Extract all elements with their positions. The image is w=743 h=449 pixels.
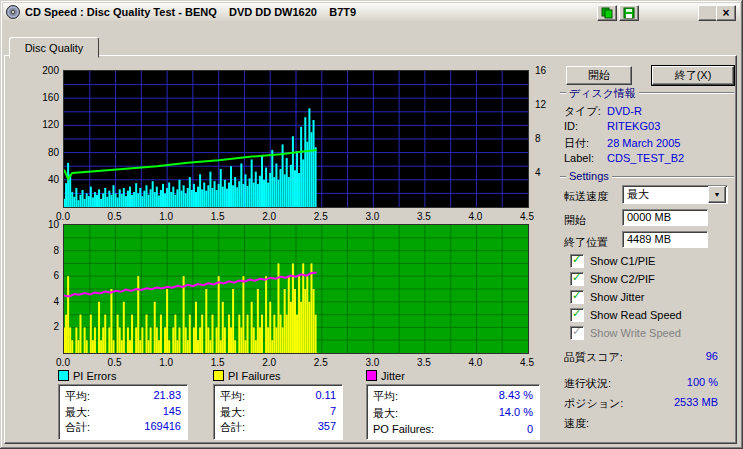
pi-errors-stat-box: 平均:21.83 最大:145 合計:169416	[58, 384, 188, 440]
axis-tick: 2.5	[309, 357, 333, 368]
titlebar: CD Speed : Disc Quality Test - BENQ DVD …	[3, 3, 740, 21]
stat-row: PO Failures:0	[373, 423, 533, 435]
jitter-swatch	[366, 370, 377, 381]
pi-failures-jitter-chart	[63, 224, 529, 354]
side-panel: 開始 終了(X) ディスク情報 タイプ: DVD-R ID: RITEKG03 …	[558, 58, 736, 440]
start-position-field[interactable]: 0000 MB	[622, 209, 708, 226]
quality-score-row: 品質スコア: 96	[564, 350, 730, 364]
transfer-speed-select[interactable]: 最大 ▼	[622, 185, 728, 204]
jitter-stat-box: 平均:8.43 % 最大:14.0 % PO Failures:0	[366, 384, 540, 440]
axis-tick: 4.0	[463, 357, 487, 368]
checkbox-box: ✓	[570, 308, 584, 322]
axis-tick: 2	[31, 321, 59, 332]
tab-disc-quality[interactable]: Disc Quality	[9, 37, 99, 58]
chevron-down-icon[interactable]: ▼	[708, 186, 726, 203]
axis-tick: 1.5	[206, 357, 230, 368]
axis-tick: 2.5	[309, 211, 333, 222]
stat-row: 平均:0.11	[220, 389, 336, 404]
checkbox-show-c2-pif[interactable]: ✓ Show C2/PIF	[570, 272, 655, 286]
axis-tick: 4	[31, 296, 59, 307]
tab-page: PI Errors 平均:21.83 最大:145 合計:169416 PI F…	[4, 55, 737, 444]
pi-errors-chart	[63, 70, 529, 208]
axis-tick: 1.0	[154, 211, 178, 222]
copy-button[interactable]	[597, 5, 617, 21]
axis-tick: 8	[535, 133, 555, 144]
close-button[interactable]: ×	[716, 5, 736, 21]
checkbox-box: ✓	[570, 254, 584, 268]
stat-row: 平均:21.83	[65, 389, 181, 404]
stat-row: 最大:14.0 %	[373, 406, 533, 421]
checkbox-show-write-speed[interactable]: ✓ Show Write Speed	[570, 326, 681, 340]
axis-tick: 40	[31, 174, 59, 185]
stat-row: 合計:169416	[65, 420, 181, 435]
axis-tick: 16	[535, 65, 555, 76]
axis-tick: 4.5	[515, 211, 539, 222]
progress-row: 進行状況: 100 %	[564, 376, 730, 390]
stat-row: 最大:145	[65, 405, 181, 420]
axis-tick: 4.5	[515, 357, 539, 368]
position-row: ポジション: 2533 MB	[564, 396, 730, 410]
axis-tick: 160	[31, 92, 59, 103]
pi-failures-stat-box: 平均:0.11 最大:7 合計:357	[213, 384, 343, 440]
checkbox-show-read-speed[interactable]: ✓ Show Read Speed	[570, 308, 682, 322]
check-icon: ✓	[572, 271, 581, 284]
axis-tick: 120	[31, 119, 59, 130]
axis-tick: 10	[31, 219, 59, 230]
axis-tick: 3.0	[360, 211, 384, 222]
stat-row: 平均:8.43 %	[373, 389, 533, 404]
stat-row: 最大:7	[220, 405, 336, 420]
jitter-legend-label: Jitter	[381, 370, 405, 382]
disc-id-row: ID: RITEKG03	[564, 120, 730, 134]
axis-tick: 0.5	[103, 357, 127, 368]
pi-errors-stats: PI Errors 平均:21.83 最大:145 合計:169416	[58, 369, 188, 440]
tab-label: Disc Quality	[25, 42, 84, 54]
checkbox-show-c1-pie[interactable]: ✓ Show C1/PIE	[570, 254, 655, 268]
speed-row: 速度:	[564, 416, 730, 430]
axis-tick: 1.5	[206, 211, 230, 222]
window-title: CD Speed : Disc Quality Test - BENQ DVD …	[25, 6, 356, 18]
jitter-legend: Jitter	[366, 369, 540, 382]
checkbox-box: ✓	[570, 272, 584, 286]
checkbox-box: ✓	[570, 326, 584, 340]
axis-tick: 6	[31, 270, 59, 281]
axis-tick: 200	[31, 65, 59, 76]
axis-tick: 80	[31, 147, 59, 158]
pi-failures-stats: PI Failures 平均:0.11 最大:7 合計:357	[213, 369, 343, 440]
checkbox-box: ✓	[570, 290, 584, 304]
copy-icon	[601, 7, 613, 19]
axis-tick: 3.0	[360, 357, 384, 368]
axis-tick: 0.5	[103, 211, 127, 222]
check-icon: ✓	[572, 289, 581, 302]
end-position-field[interactable]: 4489 MB	[622, 231, 708, 248]
pi-failures-legend: PI Failures	[213, 369, 343, 382]
save-icon	[623, 7, 635, 19]
check-icon: ✓	[572, 325, 581, 338]
minimize-button[interactable]	[698, 5, 718, 21]
quality-score-value: 96	[706, 350, 718, 362]
disc-label-row: Label: CDS_TEST_B2	[564, 152, 730, 166]
progress-value: 100 %	[687, 376, 718, 388]
axis-tick: 8	[31, 245, 59, 256]
pi-errors-legend-label: PI Errors	[73, 370, 116, 382]
save-button[interactable]	[619, 5, 639, 21]
app-window: CD Speed : Disc Quality Test - BENQ DVD …	[0, 0, 743, 449]
pi-errors-swatch	[58, 370, 69, 381]
cd-icon	[6, 5, 20, 19]
axis-tick: 3.5	[412, 211, 436, 222]
axis-tick: 3.5	[412, 357, 436, 368]
start-button[interactable]: 開始	[566, 66, 632, 85]
axis-tick: 2.0	[257, 211, 281, 222]
checkbox-show-jitter[interactable]: ✓ Show Jitter	[570, 290, 644, 304]
axis-tick: 2.0	[257, 357, 281, 368]
check-icon: ✓	[572, 253, 581, 266]
axis-tick: 1.0	[154, 357, 178, 368]
stat-row: 合計:357	[220, 420, 336, 435]
jitter-stats: Jitter 平均:8.43 % 最大:14.0 % PO Failures:0	[366, 369, 540, 440]
settings-group-title: Settings	[560, 170, 734, 184]
exit-button[interactable]: 終了(X)	[652, 66, 734, 85]
axis-tick: 0.0	[51, 357, 75, 368]
axis-tick: 12	[535, 99, 555, 110]
transfer-speed-value: 最大	[623, 187, 708, 202]
axis-tick: 4	[535, 167, 555, 178]
position-value: 2533 MB	[674, 396, 718, 408]
